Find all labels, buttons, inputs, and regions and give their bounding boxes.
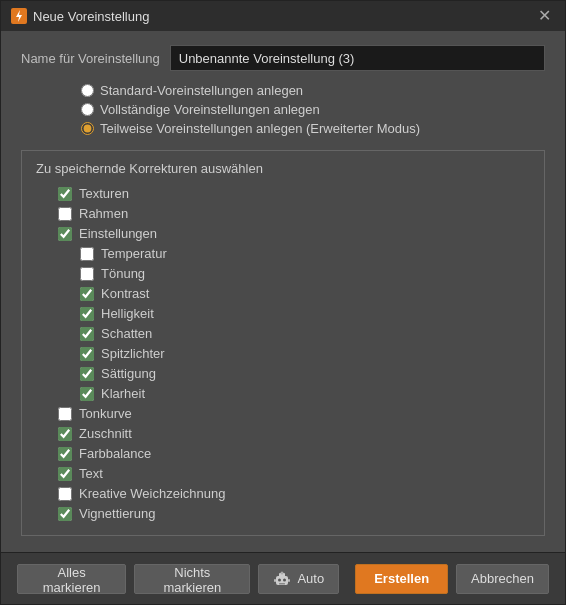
cb-temperatur[interactable] <box>80 247 94 261</box>
list-item: Rahmen <box>36 206 530 221</box>
list-item: Text <box>36 466 530 481</box>
cb-rahmen-label: Rahmen <box>79 206 128 221</box>
footer: Alles markieren Nichts markieren Auto Er… <box>1 552 565 604</box>
radio-teilweise-label: Teilweise Voreinstellungen anlegen (Erwe… <box>100 121 420 136</box>
list-item: Helligkeit <box>36 306 530 321</box>
cb-saettigung[interactable] <box>80 367 94 381</box>
cb-spitzlichter-label: Spitzlichter <box>101 346 165 361</box>
alles-markieren-button[interactable]: Alles markieren <box>17 564 126 594</box>
lightning-icon <box>11 8 27 24</box>
radio-standard-label: Standard-Voreinstellungen anlegen <box>100 83 303 98</box>
cb-tonkurve-label: Tonkurve <box>79 406 132 421</box>
content-area: Name für Voreinstellung Standard-Voreins… <box>1 31 565 552</box>
corrections-section: Zu speichernde Korrekturen auswählen Tex… <box>21 150 545 536</box>
cb-toenung[interactable] <box>80 267 94 281</box>
cb-kontrast[interactable] <box>80 287 94 301</box>
cb-texturen[interactable] <box>58 187 72 201</box>
cb-text-label: Text <box>79 466 103 481</box>
svg-rect-9 <box>288 579 290 582</box>
cb-kontrast-label: Kontrast <box>101 286 149 301</box>
radio-row-3: Teilweise Voreinstellungen anlegen (Erwe… <box>81 121 545 136</box>
radio-group: Standard-Voreinstellungen anlegen Vollst… <box>81 83 545 136</box>
preset-name-input[interactable] <box>170 45 545 71</box>
radio-standard[interactable] <box>81 84 94 97</box>
cb-vignettierung-label: Vignettierung <box>79 506 155 521</box>
list-item: Temperatur <box>36 246 530 261</box>
cb-vignettierung[interactable] <box>58 507 72 521</box>
list-item: Kontrast <box>36 286 530 301</box>
radio-vollstaendig-label: Vollständige Voreinstellungen anlegen <box>100 102 320 117</box>
nichts-markieren-button[interactable]: Nichts markieren <box>134 564 250 594</box>
svg-point-5 <box>278 578 281 581</box>
list-item: Tonkurve <box>36 406 530 421</box>
list-item: Farbbalance <box>36 446 530 461</box>
auto-label: Auto <box>297 571 324 586</box>
list-item: Klarheit <box>36 386 530 401</box>
cb-zuschnitt[interactable] <box>58 427 72 441</box>
list-item: Schatten <box>36 326 530 341</box>
dialog: Neue Voreinstellung ✕ Name für Voreinste… <box>0 0 566 605</box>
name-label: Name für Voreinstellung <box>21 51 160 66</box>
cb-saettigung-label: Sättigung <box>101 366 156 381</box>
radio-vollstaendig[interactable] <box>81 103 94 116</box>
title-bar: Neue Voreinstellung ✕ <box>1 1 565 31</box>
cb-temperatur-label: Temperatur <box>101 246 167 261</box>
name-row: Name für Voreinstellung <box>21 45 545 71</box>
cb-einstellungen-label: Einstellungen <box>79 226 157 241</box>
robot-icon <box>273 570 291 588</box>
cb-rahmen[interactable] <box>58 207 72 221</box>
cb-texturen-label: Texturen <box>79 186 129 201</box>
title-bar-left: Neue Voreinstellung <box>11 8 149 24</box>
radio-row-1: Standard-Voreinstellungen anlegen <box>81 83 545 98</box>
cb-farbbalance-label: Farbbalance <box>79 446 151 461</box>
list-item: Texturen <box>36 186 530 201</box>
radio-row-2: Vollständige Voreinstellungen anlegen <box>81 102 545 117</box>
svg-point-4 <box>281 571 284 574</box>
auto-button[interactable]: Auto <box>258 564 339 594</box>
list-item: Tönung <box>36 266 530 281</box>
cb-farbbalance[interactable] <box>58 447 72 461</box>
radio-teilweise[interactable] <box>81 122 94 135</box>
list-item: Einstellungen <box>36 226 530 241</box>
list-item: Vignettierung <box>36 506 530 521</box>
cb-helligkeit[interactable] <box>80 307 94 321</box>
cb-text[interactable] <box>58 467 72 481</box>
cb-helligkeit-label: Helligkeit <box>101 306 154 321</box>
list-item: Zuschnitt <box>36 426 530 441</box>
list-item: Spitzlichter <box>36 346 530 361</box>
checkbox-list: Texturen Rahmen Einstellungen Temperatur <box>36 186 530 521</box>
erstellen-button[interactable]: Erstellen <box>355 564 448 594</box>
svg-point-6 <box>283 578 286 581</box>
cb-toenung-label: Tönung <box>101 266 145 281</box>
dialog-title: Neue Voreinstellung <box>33 9 149 24</box>
abbrechen-button[interactable]: Abbrechen <box>456 564 549 594</box>
svg-rect-8 <box>274 579 276 582</box>
cb-klarheit[interactable] <box>80 387 94 401</box>
cb-spitzlichter[interactable] <box>80 347 94 361</box>
close-button[interactable]: ✕ <box>534 6 555 26</box>
cb-zuschnitt-label: Zuschnitt <box>79 426 132 441</box>
section-title: Zu speichernde Korrekturen auswählen <box>36 161 530 176</box>
list-item: Kreative Weichzeichnung <box>36 486 530 501</box>
cb-klarheit-label: Klarheit <box>101 386 145 401</box>
cb-einstellungen[interactable] <box>58 227 72 241</box>
cb-kreative-label: Kreative Weichzeichnung <box>79 486 225 501</box>
cb-schatten-label: Schatten <box>101 326 152 341</box>
cb-tonkurve[interactable] <box>58 407 72 421</box>
svg-rect-7 <box>279 583 285 585</box>
cb-schatten[interactable] <box>80 327 94 341</box>
list-item: Sättigung <box>36 366 530 381</box>
cb-kreative[interactable] <box>58 487 72 501</box>
